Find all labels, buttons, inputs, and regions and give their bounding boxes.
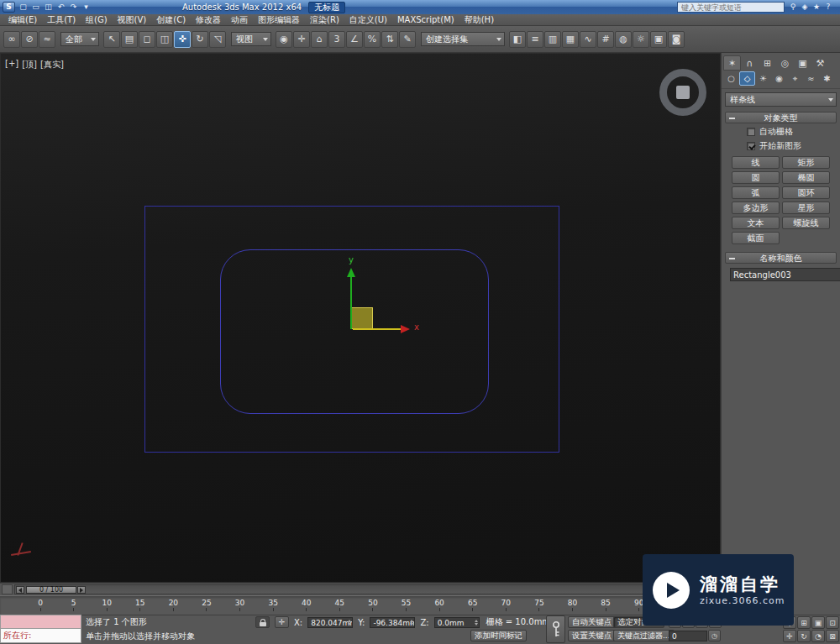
layer-manager-icon[interactable]: ▥	[544, 31, 561, 48]
select-and-rotate-icon[interactable]: ↻	[192, 31, 208, 48]
add-time-tag-button[interactable]: 添加时间标记	[470, 630, 527, 641]
autogrid-checkbox[interactable]	[747, 128, 755, 136]
timeline-mode-button[interactable]	[2, 584, 13, 594]
use-pivot-center-icon[interactable]: ◉	[276, 31, 292, 48]
subtab-systems[interactable]: ✱	[819, 71, 835, 86]
shape-tool-button[interactable]: 星形	[782, 202, 830, 214]
next-frame-arrow[interactable]	[77, 586, 86, 594]
start-new-shape-checkbox[interactable]	[747, 142, 755, 150]
selection-lock-toggle[interactable]	[255, 616, 270, 628]
render-setup-icon[interactable]: ☼	[633, 31, 649, 48]
named-selection-sets-icon[interactable]: ✎	[399, 31, 416, 48]
shape-category-dropdown[interactable]: 样条线	[725, 92, 837, 107]
gizmo-xy-plane-handle[interactable]	[351, 307, 373, 329]
tab-hierarchy[interactable]: ⊞	[759, 55, 776, 71]
time-slider-track[interactable]: 0 / 100	[14, 584, 719, 594]
menu-item[interactable]: 创建(C)	[151, 14, 191, 26]
search-input[interactable]	[677, 2, 785, 13]
angle-snap-icon[interactable]: ∠	[346, 31, 363, 48]
subtab-cameras[interactable]: ◉	[771, 71, 787, 86]
reference-coordinate-dropdown[interactable]: 视图	[231, 32, 271, 46]
viewcube[interactable]	[659, 69, 706, 116]
keyboard-override-icon[interactable]: ⌂	[311, 31, 328, 48]
viewcube-core[interactable]	[676, 86, 690, 99]
viewport-menu-shading[interactable]: [真实]	[40, 59, 64, 71]
schematic-view-icon[interactable]: #	[597, 31, 614, 48]
shape-tool-button[interactable]: 弧	[732, 186, 780, 199]
select-and-move-icon[interactable]: ✜	[174, 31, 191, 48]
selection-filter-dropdown[interactable]: 全部	[60, 32, 99, 46]
communication-center-icon[interactable]: ◈	[799, 2, 811, 13]
shape-tool-button[interactable]: 螺旋线	[782, 217, 830, 229]
help-icon[interactable]: ?	[822, 2, 834, 13]
viewport-top[interactable]: [+] [顶] [真实] y x	[0, 53, 721, 583]
auto-key-button[interactable]: 自动关键点	[568, 616, 617, 628]
open-file-icon[interactable]: ▭	[29, 2, 42, 13]
spinner-icon[interactable]	[475, 620, 478, 626]
coordinate-display-mode-button[interactable]: ✛	[275, 616, 289, 628]
redo-icon[interactable]: ↷	[67, 2, 80, 13]
subtab-shapes[interactable]: ◇	[739, 71, 755, 86]
tab-display[interactable]: ▣	[794, 55, 811, 71]
spinner-icon[interactable]	[410, 620, 413, 626]
viewport-menu-view[interactable]: [顶]	[22, 59, 37, 71]
window-crossing-icon[interactable]: ◫	[156, 31, 173, 48]
unlink-selection-icon[interactable]: ⊘	[21, 31, 38, 48]
undo-icon[interactable]: ↶	[55, 2, 67, 13]
select-and-link-icon[interactable]: ∞	[3, 31, 20, 48]
pan-icon[interactable]: ✛	[783, 630, 796, 642]
time-slider-handle[interactable]: 0 / 100	[26, 586, 76, 594]
zoom-region-icon[interactable]: ⊡	[826, 616, 839, 629]
menu-item[interactable]: 动画	[226, 14, 253, 26]
subtab-helpers[interactable]: ⌖	[787, 71, 803, 86]
rectangular-selection-icon[interactable]: ◻	[139, 31, 155, 48]
gizmo-x-axis[interactable]	[353, 328, 401, 330]
track-bar[interactable]: 0 5 10 15 20 25 30	[0, 595, 721, 615]
shape-tool-button[interactable]: 圆环	[782, 186, 830, 199]
y-coordinate-field[interactable]: -96.384mm	[370, 617, 415, 628]
shape-tool-button[interactable]: 多边形	[732, 202, 780, 214]
select-and-scale-icon[interactable]: ◹	[209, 31, 226, 48]
align-icon[interactable]: ≡	[527, 31, 543, 48]
search-icon[interactable]: ⚲	[787, 2, 799, 13]
menu-item[interactable]: 自定义(U)	[344, 14, 392, 26]
maximize-viewport-icon[interactable]: ⊠	[826, 630, 839, 642]
subtab-space-warps[interactable]: ≈	[803, 71, 819, 86]
set-keys-button[interactable]	[546, 615, 565, 643]
current-frame-field[interactable]: 0	[669, 631, 707, 641]
shape-tool-button[interactable]: 截面	[732, 232, 780, 244]
previous-frame-arrow[interactable]	[16, 586, 24, 594]
material-editor-icon[interactable]: ◍	[615, 31, 632, 48]
named-selection-set-dropdown[interactable]: 创建选择集	[421, 32, 505, 46]
zoom-extents-icon[interactable]: ▣	[811, 616, 825, 629]
favorites-icon[interactable]: ★	[811, 2, 822, 13]
orbit-icon[interactable]: ↻	[797, 630, 811, 642]
new-file-icon[interactable]: ▢	[17, 2, 29, 13]
menu-item[interactable]: 渲染(R)	[305, 14, 344, 26]
fov-icon[interactable]: ◔	[811, 630, 825, 642]
select-object-icon[interactable]: ↖	[103, 31, 120, 48]
menu-item[interactable]: 帮助(H)	[459, 14, 499, 26]
menu-item[interactable]: 视图(V)	[113, 14, 152, 26]
gizmo-y-axis[interactable]	[350, 277, 352, 329]
zoom-all-icon[interactable]: ⊞	[797, 616, 811, 629]
menu-item[interactable]: 编辑(E)	[3, 14, 42, 26]
tab-create[interactable]: ✶	[723, 55, 741, 71]
mirror-icon[interactable]: ◧	[509, 31, 526, 48]
select-by-name-icon[interactable]: ▤	[121, 31, 138, 48]
set-key-button[interactable]: 设置关键点	[568, 630, 617, 641]
z-coordinate-field[interactable]: 0.0mm	[434, 617, 480, 628]
subtab-geometry[interactable]: ○	[723, 71, 739, 86]
menu-item[interactable]: MAXScript(M)	[392, 14, 459, 26]
graphite-ribbon-icon[interactable]: ▦	[562, 31, 579, 48]
rendered-frame-icon[interactable]: ▣	[650, 31, 667, 48]
tab-utilities[interactable]: ⚒	[811, 55, 829, 71]
tab-motion[interactable]: ◎	[776, 55, 794, 71]
menu-item[interactable]: 组(G)	[81, 14, 113, 26]
subtab-lights[interactable]: ☀	[755, 71, 771, 86]
name-color-rollout-header[interactable]: 名称和颜色	[725, 252, 837, 264]
bind-to-space-warp-icon[interactable]: ≈	[39, 31, 55, 48]
object-type-rollout-header[interactable]: 对象类型	[725, 112, 837, 123]
qat-dropdown-icon[interactable]: ▾	[80, 2, 92, 13]
macro-recorder-pane[interactable]	[0, 615, 81, 629]
